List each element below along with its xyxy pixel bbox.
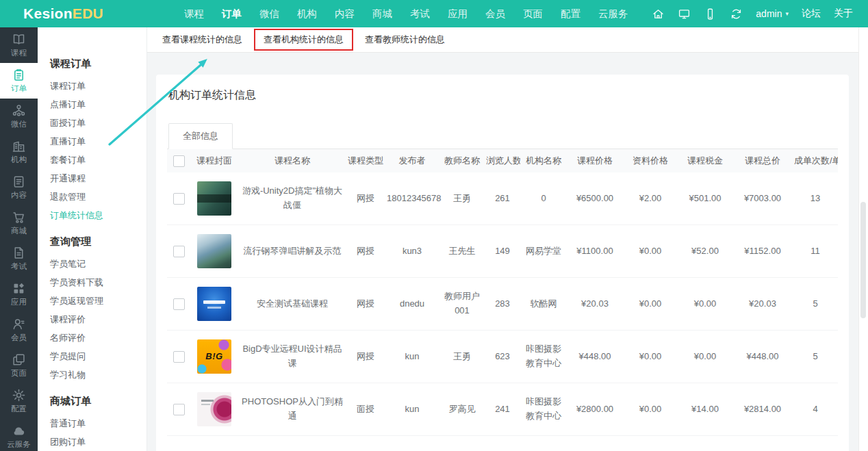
column-header: 教师名称 — [439, 149, 485, 172]
sidebar-module-item[interactable]: 微信 — [0, 99, 38, 134]
select-all-checkbox[interactable] — [173, 155, 185, 167]
cell-teacher-name: 王勇 — [439, 172, 485, 225]
cell-teacher-name: 王先生 — [439, 225, 485, 278]
row-checkbox[interactable] — [173, 193, 185, 205]
cell-view-count: 149 — [485, 225, 520, 278]
panel-tab-bar: 全部信息 — [167, 123, 838, 149]
sidebar-module-item[interactable]: 课程 — [0, 27, 38, 63]
row-checkbox[interactable] — [173, 298, 185, 310]
network-icon — [12, 103, 26, 118]
cell-material-price: ¥0.00 — [623, 278, 678, 331]
view-tab-highlighted[interactable]: 查看机构统计的信息 — [254, 29, 353, 51]
sidebar-module-item[interactable]: 页面 — [0, 348, 38, 383]
view-tab[interactable]: 查看课程统计的信息 — [153, 28, 252, 51]
row-checkbox[interactable] — [173, 351, 185, 363]
forum-link[interactable]: 论坛 — [802, 8, 821, 20]
scrollbar[interactable] — [858, 27, 868, 451]
view-tab[interactable]: 查看教师统计的信息 — [355, 28, 455, 51]
top-nav-item[interactable]: 应用 — [448, 8, 468, 21]
refresh-icon[interactable] — [730, 8, 743, 21]
cell-view-count: 261 — [485, 172, 520, 225]
top-header-bar: KesionEDU 课程订单微信机构内容商城考试应用会员页面配置云服务 admi… — [0, 0, 868, 27]
submenu-item[interactable]: 名师评价 — [38, 328, 146, 347]
cell-course-type: 网授 — [346, 225, 385, 278]
admin-dropdown[interactable]: admin ▾ — [756, 8, 789, 19]
cell-course-total: ¥20.03 — [732, 278, 793, 331]
submenu-item[interactable]: 学员返现管理 — [38, 292, 146, 310]
top-nav-item[interactable]: 订单 — [222, 8, 242, 21]
submenu-item[interactable]: 学习礼物 — [38, 365, 146, 384]
top-nav-item[interactable]: 页面 — [523, 8, 543, 21]
top-nav-item[interactable]: 机构 — [297, 8, 317, 21]
sidebar-module-item[interactable]: 机构 — [0, 134, 38, 170]
top-nav-item[interactable]: 云服务 — [598, 8, 628, 21]
column-header: 机构名称 — [520, 149, 567, 172]
admin-label: admin — [756, 8, 782, 19]
about-link[interactable]: 关于 — [834, 8, 853, 20]
submenu-section-title: 商城订单 — [38, 384, 146, 414]
top-nav-item[interactable]: 内容 — [335, 8, 355, 21]
cell-org-name: 0 — [520, 172, 567, 225]
submenu-item[interactable]: 面授订单 — [38, 114, 146, 132]
brand-logo[interactable]: KesionEDU — [23, 5, 103, 22]
row-checkbox[interactable] — [173, 246, 185, 257]
submenu-item[interactable]: 课程评价 — [38, 310, 146, 328]
sidebar-module-item[interactable]: 云服务 — [0, 419, 38, 451]
cart-icon — [12, 210, 26, 224]
desktop-icon[interactable] — [678, 8, 691, 21]
top-nav-item[interactable]: 配置 — [561, 8, 580, 21]
cell-course-price: ¥20.03 — [567, 278, 623, 331]
submenu-item[interactable]: 普通订单 — [38, 414, 146, 433]
sidebar-module-label: 云服务 — [7, 439, 31, 450]
submenu-item[interactable]: 点播订单 — [38, 95, 146, 114]
cell-course-cover — [190, 278, 238, 331]
cell-course-name: 安全测试基础课程 — [238, 278, 346, 331]
cell-course-name: 游戏-Unity2D搞定"植物大战僵 — [238, 172, 346, 225]
sidebar-module-item[interactable]: 考试 — [0, 241, 38, 276]
cell-org-name: 咔图摄影教育中心 — [520, 383, 567, 436]
top-nav-item[interactable]: 考试 — [410, 8, 430, 21]
sidebar-module-label: 机构 — [11, 155, 27, 165]
stats-panel: 机构订单统计信息 全部信息 课程封面课程名称课程类型发布者教师名称浏览人数机构名… — [156, 75, 849, 451]
building-icon — [12, 139, 26, 153]
cell-select — [167, 172, 190, 225]
cover-text: B!G — [205, 350, 222, 364]
submenu-item[interactable]: 开通课程 — [38, 169, 146, 188]
submenu-item[interactable]: 订单统计信息 — [38, 206, 146, 224]
cell-org-name: 软酷网 — [520, 278, 567, 331]
cell-view-count: 283 — [485, 278, 520, 331]
view-tabs: 查看课程统计的信息查看机构统计的信息查看教师统计的信息 — [147, 27, 868, 53]
submenu-item[interactable]: 学员笔记 — [38, 255, 146, 273]
submenu-item[interactable]: 学员提问 — [38, 347, 146, 365]
cell-course-price: ¥1100.00 — [567, 225, 623, 278]
home-icon[interactable] — [652, 8, 665, 21]
top-nav-item[interactable]: 微信 — [259, 8, 279, 21]
top-nav-item[interactable]: 课程 — [184, 8, 204, 21]
sidebar-module-item[interactable]: 订单 — [0, 63, 38, 99]
table-header-row: 课程封面课程名称课程类型发布者教师名称浏览人数机构名称课程价格资料价格课程税金课… — [167, 149, 838, 172]
top-nav: 课程订单微信机构内容商城考试应用会员页面配置云服务 — [184, 8, 628, 21]
sidebar-module-item[interactable]: 会员 — [0, 312, 38, 348]
sidebar-module-item[interactable]: 内容 — [0, 170, 38, 205]
module-sidebar: 课程订单微信机构内容商城考试应用会员页面配置云服务 — [0, 27, 38, 451]
document-icon — [12, 175, 26, 189]
sidebar-module-item[interactable]: 应用 — [0, 276, 38, 312]
sidebar-module-item[interactable]: 商城 — [0, 205, 38, 241]
submenu-item[interactable]: 直播订单 — [38, 132, 146, 151]
submenu-item[interactable]: 退款管理 — [38, 188, 146, 206]
submenu-item[interactable]: 课程订单 — [38, 77, 146, 95]
row-checkbox[interactable] — [173, 404, 185, 415]
top-nav-item[interactable]: 会员 — [485, 8, 505, 21]
table-row: 安全测试基础课程网授dnedu教师用户001283软酷网¥20.03¥0.00¥… — [167, 278, 838, 331]
top-nav-item[interactable]: 商城 — [372, 8, 392, 21]
mobile-icon[interactable] — [704, 8, 717, 21]
submenu-item[interactable]: 套餐订单 — [38, 151, 146, 169]
cell-course-total: ¥2814.00 — [732, 383, 793, 436]
sidebar-module-item[interactable]: 配置 — [0, 383, 38, 419]
scrollbar-thumb[interactable] — [860, 202, 866, 318]
tab-all-info[interactable]: 全部信息 — [168, 123, 233, 149]
cell-course-type: 网授 — [346, 278, 385, 331]
cell-order-count: 5 — [793, 278, 838, 331]
submenu-item[interactable]: 团购订单 — [38, 433, 146, 451]
submenu-item[interactable]: 学员资料下载 — [38, 273, 146, 292]
